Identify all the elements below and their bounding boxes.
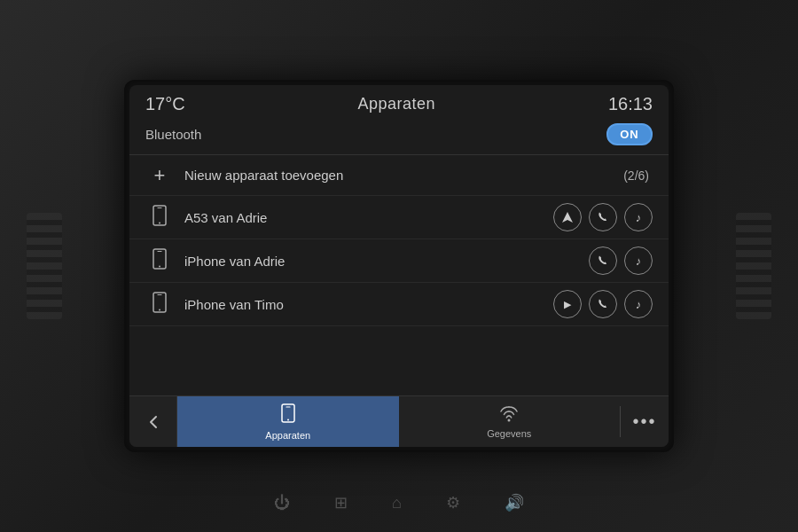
svg-point-6 <box>159 265 160 267</box>
system-bar: ⏻ ⊞ ⌂ ⚙ 🔊 <box>274 493 524 512</box>
svg-point-9 <box>159 309 160 310</box>
device-phone-icon-iphone-timo <box>145 292 174 317</box>
device-row-iphone-timo[interactable]: iPhone van Timo ▶ ♪ <box>129 283 669 326</box>
top-bar: 17°C Apparaten 16:13 <box>129 85 669 120</box>
nav-button-a53[interactable] <box>553 203 582 231</box>
gegevens-tab-icon <box>499 405 519 426</box>
phone-button-iphone-adrie[interactable] <box>589 246 617 275</box>
phone-button-iphone-timo[interactable] <box>589 290 617 318</box>
device-phone-icon-iphone-adrie <box>145 248 174 274</box>
svg-point-2 <box>159 222 160 223</box>
screen: 17°C Apparaten 16:13 Bluetooth ON + Nieu… <box>129 85 669 447</box>
device-count-badge: (2/6) <box>623 168 649 183</box>
music-button-iphone-timo[interactable]: ♪ <box>624 290 653 318</box>
device-actions-iphone-adrie: ♪ <box>589 246 653 275</box>
screen-bezel: 17°C Apparaten 16:13 Bluetooth ON + Nieu… <box>124 80 674 452</box>
svg-point-12 <box>287 419 289 420</box>
device-actions-a53: ♪ <box>553 203 653 231</box>
page-title: Apparaten <box>358 95 436 113</box>
device-actions-iphone-timo: ▶ ♪ <box>553 290 653 318</box>
device-list: + Nieuw apparaat toevoegen (2/6) <box>129 155 669 326</box>
apps-button[interactable]: ⊞ <box>334 493 348 512</box>
back-button[interactable] <box>129 396 177 447</box>
add-icon: + <box>145 166 174 185</box>
svg-marker-3 <box>562 212 573 223</box>
tab-apparaten[interactable]: Apparaten <box>177 396 399 447</box>
device-phone-icon-a53 <box>145 205 174 231</box>
svg-point-13 <box>508 419 511 421</box>
apparaten-tab-icon <box>279 403 297 427</box>
clock: 16:13 <box>608 94 653 114</box>
bluetooth-row[interactable]: Bluetooth ON <box>129 120 669 155</box>
home-button[interactable]: ⌂ <box>392 494 402 512</box>
music-button-a53[interactable]: ♪ <box>624 203 653 231</box>
bluetooth-toggle[interactable]: ON <box>606 123 653 145</box>
power-button[interactable]: ⏻ <box>274 494 290 512</box>
vent-right <box>736 213 771 319</box>
music-button-iphone-adrie[interactable]: ♪ <box>624 246 653 275</box>
device-name-a53: A53 van Adrie <box>174 210 553 225</box>
play-button-iphone-timo[interactable]: ▶ <box>553 290 582 318</box>
volume-button[interactable]: 🔊 <box>505 493 524 512</box>
device-name-iphone-adrie: iPhone van Adrie <box>174 254 589 269</box>
temperature: 17°C <box>145 94 185 114</box>
add-device-label: Nieuw apparaat toevoegen <box>174 168 623 183</box>
bottom-nav: Apparaten <box>129 395 669 447</box>
phone-button-a53[interactable] <box>589 203 617 231</box>
device-row-a53[interactable]: A53 van Adrie <box>129 196 669 239</box>
tab-apparaten-label: Apparaten <box>265 430 310 441</box>
settings-button[interactable]: ⚙ <box>446 493 460 512</box>
tab-gegevens[interactable]: Gegevens <box>399 396 621 447</box>
tab-gegevens-label: Gegevens <box>487 428 531 439</box>
vent-left <box>27 213 62 319</box>
device-name-iphone-timo: iPhone van Timo <box>174 297 553 312</box>
car-surround: 17°C Apparaten 16:13 Bluetooth ON + Nieu… <box>0 0 798 532</box>
bluetooth-label: Bluetooth <box>145 127 201 142</box>
nav-tabs: Apparaten <box>177 396 620 447</box>
device-row-iphone-adrie[interactable]: iPhone van Adrie ♪ <box>129 239 669 283</box>
device-list-content: + Nieuw apparaat toevoegen (2/6) <box>129 155 669 395</box>
more-button[interactable]: ••• <box>621 396 669 447</box>
add-device-row[interactable]: + Nieuw apparaat toevoegen (2/6) <box>129 155 669 196</box>
